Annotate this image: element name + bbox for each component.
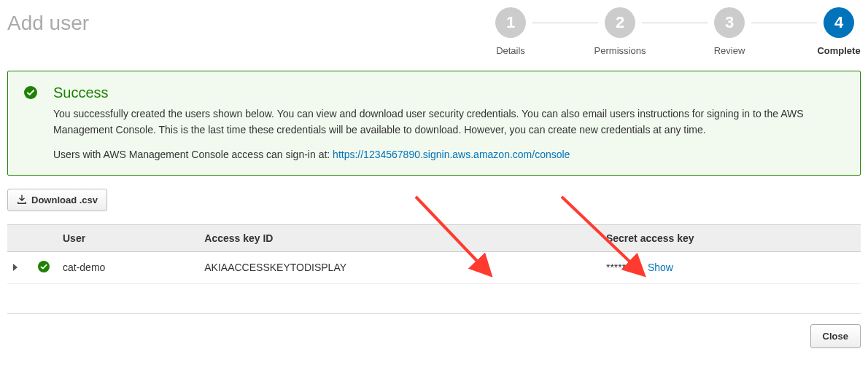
cell-secret: ********* Show bbox=[600, 251, 861, 283]
col-header-status bbox=[32, 224, 57, 251]
step-review: 3 Review bbox=[708, 7, 751, 56]
signin-prefix: Users with AWS Management Console access… bbox=[53, 149, 333, 160]
step-number: 3 bbox=[714, 7, 745, 38]
col-header-expand bbox=[7, 224, 32, 251]
download-csv-button[interactable]: Download .csv bbox=[7, 189, 107, 211]
step-separator bbox=[642, 23, 708, 23]
step-separator bbox=[751, 23, 817, 23]
download-icon bbox=[17, 195, 27, 205]
step-details: 1 Details bbox=[489, 7, 532, 56]
success-check-icon bbox=[24, 86, 37, 99]
col-header-user: User bbox=[57, 224, 198, 251]
success-banner: Success You successfully created the use… bbox=[7, 71, 861, 176]
secret-masked: ********* bbox=[606, 262, 642, 273]
col-header-access-key: Access key ID bbox=[198, 224, 600, 251]
cell-user: cat-demo bbox=[57, 251, 198, 283]
step-label: Details bbox=[496, 45, 525, 56]
step-label: Complete bbox=[817, 45, 860, 56]
table-row: cat-demo AKIAACCESSKEYTODISPLAY ********… bbox=[7, 251, 861, 283]
svg-point-0 bbox=[24, 86, 37, 99]
page-title: Add user bbox=[7, 7, 89, 35]
step-label: Permissions bbox=[594, 45, 646, 56]
close-button[interactable]: Close bbox=[810, 324, 861, 348]
download-csv-label: Download .csv bbox=[31, 195, 98, 205]
step-separator bbox=[532, 23, 598, 23]
show-secret-link[interactable]: Show bbox=[648, 262, 673, 273]
step-complete: 4 Complete bbox=[817, 7, 861, 56]
success-body: You successfully created the users shown… bbox=[53, 106, 845, 138]
expand-row-icon[interactable] bbox=[13, 264, 18, 271]
success-signin-text: Users with AWS Management Console access… bbox=[53, 149, 845, 160]
wizard-stepper: 1 Details 2 Permissions 3 Review 4 Compl… bbox=[489, 7, 861, 56]
row-success-icon bbox=[38, 261, 50, 272]
step-number: 1 bbox=[495, 7, 526, 38]
svg-point-1 bbox=[38, 261, 50, 272]
cell-access-key: AKIAACCESSKEYTODISPLAY bbox=[198, 251, 600, 283]
users-table: User Access key ID Secret access key cat… bbox=[7, 224, 861, 284]
step-number: 2 bbox=[605, 7, 635, 38]
col-header-secret: Secret access key bbox=[600, 224, 861, 251]
footer-divider bbox=[7, 313, 861, 314]
step-number: 4 bbox=[824, 7, 854, 38]
signin-url-link[interactable]: https://1234567890.signin.aws.amazon.com… bbox=[333, 149, 570, 160]
step-label: Review bbox=[714, 45, 745, 56]
step-permissions: 2 Permissions bbox=[598, 7, 642, 56]
success-title: Success bbox=[53, 85, 845, 101]
